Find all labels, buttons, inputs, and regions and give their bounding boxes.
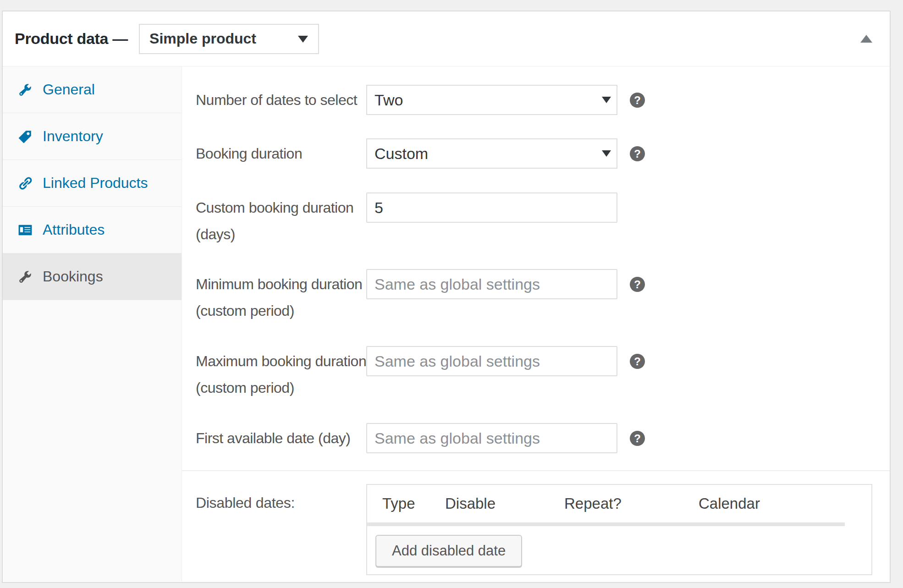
first-available-date-input[interactable] bbox=[366, 423, 617, 453]
form-row-booking-duration: Booking duration Custom ? bbox=[196, 138, 890, 192]
select-value: Two bbox=[367, 91, 403, 109]
chevron-down-icon bbox=[602, 97, 611, 103]
select-value: Custom bbox=[367, 145, 428, 163]
index-card-icon bbox=[18, 223, 33, 237]
panel-title: Product data — bbox=[15, 30, 128, 48]
custom-booking-duration-input[interactable] bbox=[366, 192, 617, 223]
column-header-type: Type bbox=[367, 495, 445, 512]
column-header-calendar: Calendar bbox=[699, 495, 871, 512]
tab-bookings[interactable]: Bookings bbox=[3, 253, 182, 300]
tab-inventory[interactable]: Inventory bbox=[3, 113, 182, 160]
disabled-dates-table-body: Add disabled date bbox=[367, 526, 871, 574]
number-of-dates-select[interactable]: Two bbox=[366, 85, 617, 115]
tab-label: Inventory bbox=[43, 128, 103, 145]
wrench-icon bbox=[18, 269, 33, 284]
help-icon[interactable]: ? bbox=[630, 354, 645, 369]
form-row-maximum-duration: Maximum booking duration(custom period) … bbox=[196, 346, 890, 423]
tab-label: General bbox=[43, 81, 95, 98]
product-type-select[interactable]: Simple product bbox=[139, 24, 319, 54]
tab-label: Linked Products bbox=[43, 175, 148, 192]
product-data-tabs: General Inventory Linked Products Attrib… bbox=[3, 66, 182, 582]
form-row-first-available-date: First available date (day) ? bbox=[196, 423, 890, 453]
disabled-dates-table-header: Type Disable Repeat? Calendar bbox=[367, 485, 871, 522]
booking-duration-select[interactable]: Custom bbox=[366, 138, 617, 169]
field-label: Custom booking duration(days) bbox=[196, 192, 366, 247]
form-row-minimum-duration: Minimum booking duration(custom period) … bbox=[196, 269, 890, 346]
wrench-icon bbox=[18, 82, 33, 97]
bookings-tab-content: Number of dates to select Two ? Booking … bbox=[182, 66, 890, 582]
product-data-panel: Product data — Simple product General In… bbox=[2, 11, 891, 583]
help-icon[interactable]: ? bbox=[630, 431, 645, 446]
add-disabled-date-button[interactable]: Add disabled date bbox=[375, 535, 522, 567]
field-label: First available date (day) bbox=[196, 423, 366, 451]
minimum-booking-duration-input[interactable] bbox=[366, 269, 617, 299]
panel-body: General Inventory Linked Products Attrib… bbox=[3, 66, 890, 582]
field-label: Booking duration bbox=[196, 138, 366, 167]
tab-linked-products[interactable]: Linked Products bbox=[3, 160, 182, 207]
chevron-down-icon bbox=[298, 36, 308, 43]
tab-attributes[interactable]: Attributes bbox=[3, 207, 182, 253]
product-type-value: Simple product bbox=[140, 30, 256, 47]
link-icon bbox=[18, 176, 33, 191]
bookings-form: Number of dates to select Two ? Booking … bbox=[182, 66, 890, 453]
help-icon[interactable]: ? bbox=[630, 93, 645, 108]
collapse-panel-icon[interactable] bbox=[860, 35, 872, 43]
help-icon[interactable]: ? bbox=[630, 146, 645, 161]
disabled-dates-section: Disabled dates: Type Disable Repeat? Cal… bbox=[182, 470, 890, 575]
column-header-disable: Disable bbox=[445, 495, 564, 512]
form-row-number-of-dates: Number of dates to select Two ? bbox=[196, 85, 890, 138]
table-header-divider bbox=[367, 522, 845, 526]
tab-label: Attributes bbox=[43, 221, 105, 238]
panel-header: Product data — Simple product bbox=[3, 11, 890, 66]
column-header-repeat: Repeat? bbox=[564, 495, 699, 512]
tag-icon bbox=[18, 129, 33, 144]
tab-general[interactable]: General bbox=[3, 66, 182, 113]
field-label: Minimum booking duration(custom period) bbox=[196, 269, 366, 324]
tab-label: Bookings bbox=[43, 268, 103, 285]
chevron-down-icon bbox=[602, 150, 611, 157]
help-icon[interactable]: ? bbox=[630, 277, 645, 292]
field-label: Maximum booking duration(custom period) bbox=[196, 346, 366, 401]
disabled-dates-label: Disabled dates: bbox=[196, 484, 366, 575]
disabled-dates-table: Type Disable Repeat? Calendar Add disabl… bbox=[366, 484, 872, 575]
form-row-custom-duration: Custom booking duration(days) bbox=[196, 192, 890, 269]
maximum-booking-duration-input[interactable] bbox=[366, 346, 617, 376]
field-label: Number of dates to select bbox=[196, 85, 366, 113]
